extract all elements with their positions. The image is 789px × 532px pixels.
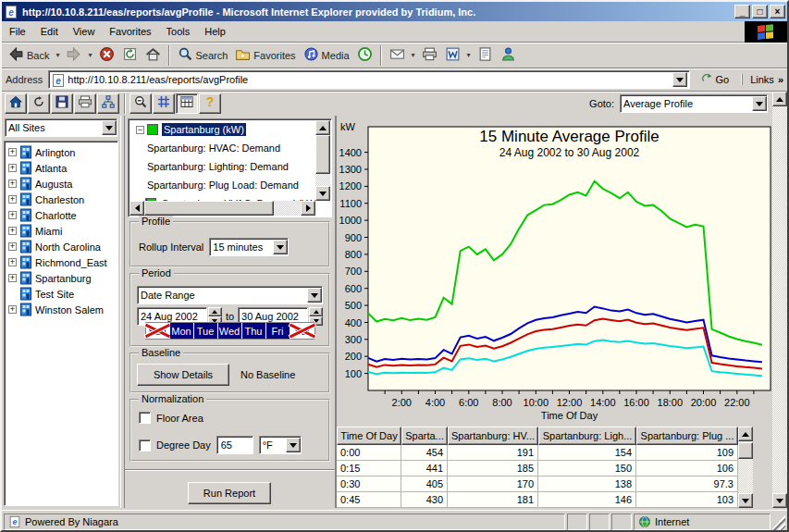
scroll-down-button[interactable]	[772, 493, 787, 508]
mail-dropdown[interactable]: ▾	[409, 51, 418, 59]
goto-dropdown-button[interactable]	[752, 96, 767, 111]
sidebar-item-charlotte[interactable]: +Charlotte	[5, 207, 117, 223]
sidebar-item-arlington[interactable]: +Arlington	[5, 144, 117, 160]
menu-item-view[interactable]: View	[66, 23, 103, 40]
day-toggle-sat[interactable]: Sat	[290, 323, 314, 339]
menu-item-favorites[interactable]: Favorites	[102, 23, 158, 40]
help-button[interactable]: ?	[199, 93, 221, 114]
print-button[interactable]	[418, 44, 441, 67]
column-header-4[interactable]: Spartanburg: Plug ...	[636, 427, 738, 445]
zoom-out-button[interactable]	[129, 93, 152, 114]
column-header-3[interactable]: Spartanburg: Ligh...	[538, 427, 636, 445]
day-toggle-wed[interactable]: Wed	[218, 323, 242, 339]
table-vscrollbar[interactable]	[738, 427, 753, 508]
scroll-left-button[interactable]	[129, 201, 144, 216]
history-button[interactable]	[353, 44, 376, 67]
edit-dropdown[interactable]: ▾	[464, 51, 474, 59]
series-item-spartanburg-lighting-demand[interactable]: Spartanburg: Lighting: Demand	[129, 157, 315, 176]
menu-item-file[interactable]: File	[2, 23, 33, 40]
back-button[interactable]: Back	[5, 44, 53, 67]
series-item-spartanburg-hvac-demand[interactable]: Spartanburg: HVAC: Demand	[129, 139, 315, 157]
tree-expander-icon[interactable]: +	[8, 305, 17, 314]
degree-unit-combobox[interactable]: °F	[259, 436, 302, 454]
scroll-thumb[interactable]	[738, 442, 753, 459]
site-filter-dropdown-button[interactable]	[102, 120, 117, 135]
tree-expander-icon[interactable]: +	[8, 148, 17, 156]
title-bar[interactable]: e http://10.10.8.211/eas/reports/avgProf…	[2, 2, 787, 21]
print-report-button[interactable]	[74, 93, 96, 114]
tree-expander-icon[interactable]: +	[8, 195, 17, 204]
sidebar-item-atlanta[interactable]: +Atlanta	[5, 160, 117, 176]
table-row[interactable]: 0:3040517013897.3	[337, 476, 753, 492]
media-button[interactable]: Media	[300, 44, 353, 67]
site-filter-combobox[interactable]: All Sites	[5, 118, 117, 137]
grid-button[interactable]	[153, 93, 175, 114]
floor-area-checkbox[interactable]	[139, 412, 151, 424]
tree-expander-icon[interactable]: +	[8, 274, 17, 282]
tree-expander-icon[interactable]: +	[8, 164, 17, 172]
save-button[interactable]	[51, 93, 73, 114]
series-item-spartanburg-hvac-demand-kw[interactable]: Spartanburg: HVAC: Demand (kW)	[129, 194, 315, 201]
show-details-button[interactable]: Show Details	[137, 364, 229, 386]
series-list-vscrollbar[interactable]	[315, 120, 330, 201]
run-report-button[interactable]: Run Report	[188, 482, 271, 504]
start-date-up-button[interactable]	[208, 307, 222, 316]
degree-unit-dropdown-button[interactable]	[286, 438, 301, 452]
sidebar-item-north-carolina[interactable]: +North Carolina	[5, 239, 117, 254]
tree-expander-icon[interactable]: +	[8, 179, 17, 188]
column-header-0[interactable]: Time Of Day	[337, 427, 401, 445]
tree-expander-icon[interactable]: +	[8, 227, 17, 235]
scroll-up-button[interactable]	[738, 427, 753, 441]
messenger-button[interactable]	[497, 44, 520, 67]
series-list-hscrollbar[interactable]	[129, 201, 315, 216]
refresh-button[interactable]	[118, 44, 142, 67]
maximize-button[interactable]: □	[752, 5, 768, 19]
mail-button[interactable]	[386, 44, 409, 67]
links-chevron-icon[interactable]: »	[778, 74, 783, 85]
site-tree-button[interactable]	[97, 93, 119, 114]
table-row[interactable]: 0:00454191154109	[337, 445, 753, 461]
sidebar-item-winston-salem[interactable]: +Winston Salem	[5, 302, 117, 317]
sidebar-item-test-site[interactable]: Test Site	[5, 286, 117, 302]
series-collapse-icon[interactable]: −	[136, 126, 144, 134]
tree-expander-icon[interactable]: +	[8, 242, 17, 251]
period-type-combobox[interactable]: Date Range	[137, 286, 323, 304]
rollup-interval-combobox[interactable]: 15 minutes	[209, 238, 289, 256]
forward-button[interactable]	[62, 44, 85, 67]
nav-refresh-button[interactable]	[28, 93, 50, 114]
tree-expander-icon[interactable]: +	[8, 258, 17, 266]
scroll-down-button[interactable]	[315, 186, 330, 201]
forward-dropdown[interactable]: ▾	[85, 51, 94, 59]
series-item-spartanburg-plug-load-demand[interactable]: Spartanburg: Plug Load: Demand	[129, 176, 315, 194]
nav-home-button[interactable]	[5, 93, 27, 114]
tree-expander-icon[interactable]: +	[8, 211, 17, 219]
sidebar-item-richmond-east[interactable]: +Richmond_East	[5, 254, 117, 270]
sidebar-item-spartanburg[interactable]: +Spartanburg	[5, 270, 117, 286]
discuss-button[interactable]	[474, 44, 497, 67]
home-button[interactable]	[142, 44, 165, 67]
day-toggle-fri[interactable]: Fri	[266, 323, 290, 339]
sidebar-item-miami[interactable]: +Miami	[5, 223, 117, 239]
scroll-thumb[interactable]	[315, 135, 330, 174]
scroll-right-button[interactable]	[301, 201, 315, 216]
address-input[interactable]: e http://10.10.8.211/eas/reports/avgProf…	[48, 70, 689, 89]
table-row[interactable]: 0:45430181146103	[337, 492, 753, 508]
column-header-2[interactable]: Spartanburg: HV...	[448, 427, 538, 445]
degree-value-input[interactable]: 65	[216, 436, 253, 454]
menu-item-edit[interactable]: Edit	[33, 23, 66, 40]
back-dropdown[interactable]: ▾	[53, 51, 62, 59]
day-toggle-thu[interactable]: Thu	[242, 323, 266, 339]
sidebar-item-charleston[interactable]: +Charleston	[5, 192, 117, 207]
close-button[interactable]: ×	[770, 5, 785, 19]
menu-item-tools[interactable]: Tools	[159, 23, 198, 40]
goto-combobox[interactable]: Average Profile	[620, 94, 768, 113]
table-view-button[interactable]	[176, 93, 198, 114]
favorites-button[interactable]: Favorites	[231, 44, 299, 67]
scroll-down-button[interactable]	[738, 493, 753, 508]
go-button[interactable]: Go	[696, 70, 735, 89]
menu-item-help[interactable]: Help	[197, 23, 233, 40]
page-vscrollbar[interactable]	[772, 92, 787, 508]
degree-day-checkbox[interactable]	[139, 439, 151, 452]
address-dropdown-button[interactable]	[672, 72, 687, 87]
day-toggle-tue[interactable]: Tue	[194, 323, 218, 339]
